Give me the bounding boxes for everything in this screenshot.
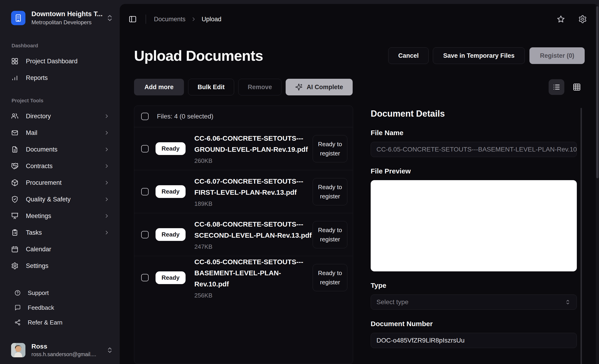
sidebar-item-mail[interactable]: Mail <box>11 124 114 141</box>
package-icon <box>11 179 18 186</box>
ready-to-register-label: Ready to register <box>316 182 344 201</box>
sidebar-item-label: Procurement <box>26 179 96 186</box>
sidebar-item-meetings[interactable]: Meetings <box>11 208 114 224</box>
select-all-checkbox[interactable] <box>141 113 149 120</box>
bar-chart-icon <box>11 74 18 82</box>
type-label: Type <box>371 282 577 289</box>
sidebar-toggle-icon[interactable] <box>129 15 137 23</box>
file-row: ReadyCC-6.06-CONCRETE-SETOUTS---GROUND-L… <box>134 127 353 170</box>
details-title: Document Details <box>371 109 577 119</box>
file-list: Files: 4 (0 selected) ReadyCC-6.06-CONCR… <box>134 105 353 364</box>
ready-to-register-button[interactable]: Ready to register <box>313 264 347 291</box>
sidebar-item-project-dashboard[interactable]: Project Dashboard <box>11 53 114 69</box>
file-checkbox[interactable] <box>141 188 149 195</box>
chevron-right-icon <box>103 130 110 136</box>
handshake-icon <box>11 162 18 170</box>
sidebar-item-procurement[interactable]: Procurement <box>11 174 114 191</box>
ready-to-register-button[interactable]: Ready to register <box>313 221 347 248</box>
file-size: 260KB <box>194 157 313 165</box>
cancel-button[interactable]: Cancel <box>388 47 429 64</box>
share-icon <box>14 319 21 326</box>
chevrons-up-down-icon <box>564 299 571 305</box>
list-view-button[interactable] <box>549 79 564 95</box>
file-name-field[interactable]: CC-6.05-CONCRETE-SETOUTS---BASEMENT-LEVE… <box>371 142 577 157</box>
remove-button[interactable]: Remove <box>238 79 282 95</box>
sidebar-item-refer-earn[interactable]: Refer & Earn <box>11 315 114 330</box>
chevrons-up-down-icon[interactable] <box>106 347 114 354</box>
save-temporary-button[interactable]: Save in Temporary Files <box>433 47 525 64</box>
page-head: Upload Documents Cancel Save in Temporar… <box>120 47 599 64</box>
app-root: Downtown Heights T... Metropolitan Devel… <box>0 0 599 364</box>
file-row: ReadyCC-6.05-CONCRETE-SETOUTS---BASEMENT… <box>134 256 353 299</box>
ai-complete-button[interactable]: AI Complete <box>286 79 353 95</box>
file-preview-label: File Preview <box>371 167 577 175</box>
sidebar-item-label: Tasks <box>26 229 96 236</box>
register-button[interactable]: Register (0) <box>529 47 585 64</box>
org-logo <box>11 11 26 25</box>
sidebar-item-quality-safety[interactable]: Quality & Safety <box>11 191 114 208</box>
sidebar-item-label: Feedback <box>28 304 54 311</box>
presentation-icon <box>11 212 18 220</box>
file-checkbox[interactable] <box>141 145 149 152</box>
sidebar-item-label: Quality & Safety <box>26 196 96 203</box>
sidebar-item-label: Contracts <box>26 163 96 170</box>
file-info: CC-6.07-CONCRETE-SETOUTS---FIRST-LEVEL-P… <box>194 176 313 208</box>
sidebar-item-calendar[interactable]: Calendar <box>11 241 114 258</box>
sidebar: Downtown Heights T... Metropolitan Devel… <box>0 0 120 364</box>
grid-view-icon <box>573 83 581 91</box>
file-size: 189KB <box>194 200 313 208</box>
sidebar-item-feedback[interactable]: Feedback <box>11 300 114 315</box>
sidebar-nav: DashboardProject DashboardReportsProject… <box>11 40 114 274</box>
org-switcher[interactable]: Downtown Heights T... Metropolitan Devel… <box>11 10 114 26</box>
org-name: Downtown Heights T... <box>31 10 100 18</box>
sidebar-item-settings[interactable]: Settings <box>11 258 114 274</box>
sidebar-item-tasks[interactable]: Tasks <box>11 224 114 241</box>
document-number-field[interactable]: DOC-o485VfZR9LlR8pIszrsUu <box>371 333 577 348</box>
page-title: Upload Documents <box>134 47 263 64</box>
breadcrumb-documents[interactable]: Documents <box>154 16 185 23</box>
sidebar-item-label: Settings <box>26 262 114 269</box>
section-label-dashboard: Dashboard <box>12 43 114 49</box>
gear-icon[interactable] <box>578 15 587 24</box>
sidebar-item-reports[interactable]: Reports <box>11 69 114 86</box>
bulk-edit-button[interactable]: Bulk Edit <box>188 79 234 95</box>
user-menu[interactable]: Ross ross.h.sanderson@gmail.... <box>11 343 114 357</box>
topbar-divider <box>146 15 146 24</box>
chevrons-up-down-icon[interactable] <box>106 14 114 22</box>
grid-view-button[interactable] <box>569 79 585 95</box>
type-select[interactable]: Select type <box>371 295 577 310</box>
window-scrollbar-thumb[interactable] <box>596 6 599 178</box>
file-rows: ReadyCC-6.06-CONCRETE-SETOUTS---GROUND-L… <box>134 127 353 299</box>
shield-check-icon <box>11 196 18 203</box>
users-icon <box>11 113 18 120</box>
message-square-icon <box>14 304 21 311</box>
status-badge: Ready <box>156 185 185 198</box>
chevron-right-icon <box>103 147 110 152</box>
ready-to-register-button[interactable]: Ready to register <box>313 178 347 205</box>
sidebar-item-label: Reports <box>26 74 114 82</box>
add-more-button[interactable]: Add more <box>134 79 184 95</box>
user-email: ross.h.sanderson@gmail.... <box>31 351 100 357</box>
file-name: CC-6.05-CONCRETE-SETOUTS---BASEMENT-LEVE… <box>194 256 313 290</box>
ai-complete-label: AI Complete <box>307 84 343 91</box>
window-scrollbar[interactable] <box>596 4 599 364</box>
sidebar-item-label: Refer & Earn <box>28 319 62 326</box>
sidebar-item-directory[interactable]: Directory <box>11 108 114 124</box>
file-checkbox[interactable] <box>141 231 149 238</box>
details-scrollbar[interactable] <box>581 108 582 364</box>
building-icon <box>14 14 23 22</box>
user-name: Ross <box>31 343 100 350</box>
sidebar-item-contracts[interactable]: Contracts <box>11 158 114 174</box>
star-icon[interactable] <box>556 15 565 24</box>
sidebar-item-support[interactable]: Support <box>11 286 114 300</box>
avatar <box>11 343 26 357</box>
ready-to-register-button[interactable]: Ready to register <box>313 135 347 162</box>
sidebar-item-documents[interactable]: Documents <box>11 141 114 158</box>
file-name-label: File Name <box>371 129 577 137</box>
user-text: Ross ross.h.sanderson@gmail.... <box>31 343 100 357</box>
ready-to-register-label: Ready to register <box>316 268 344 287</box>
file-preview-box <box>371 180 577 271</box>
mail-icon <box>11 129 18 137</box>
file-name: CC-6.07-CONCRETE-SETOUTS---FIRST-LEVEL-P… <box>194 176 313 198</box>
file-checkbox[interactable] <box>141 274 149 281</box>
